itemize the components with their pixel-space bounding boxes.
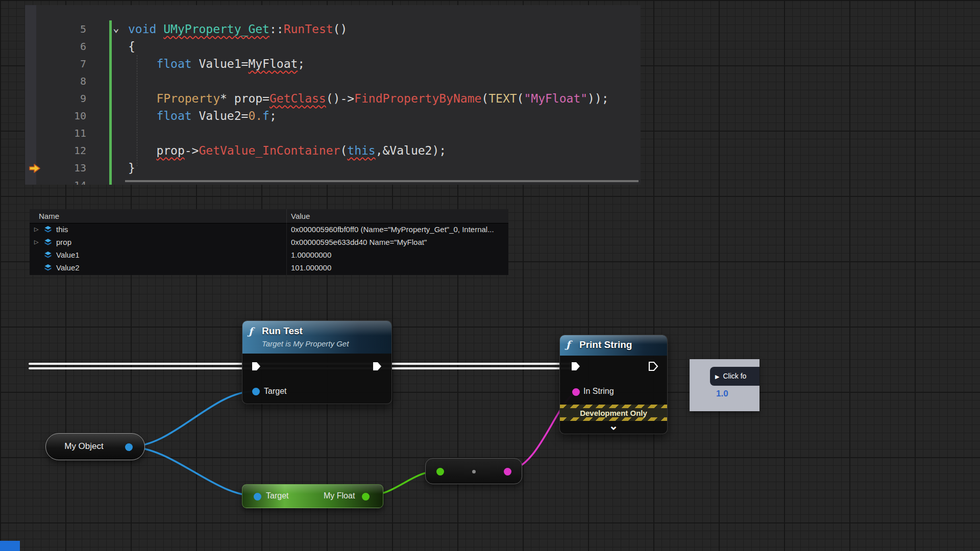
token-kw: float — [156, 57, 199, 70]
token-pl: ; — [270, 109, 277, 122]
token-fn: FindPropertyByName — [354, 92, 481, 105]
function-icon: ƒ — [249, 325, 253, 337]
code-line-8[interactable]: 8 — [25, 72, 641, 90]
code-line-7[interactable]: 7float Value1=MyFloat; — [25, 55, 641, 72]
line-number: 5 — [45, 20, 86, 38]
line-number: 14 — [45, 177, 86, 185]
code-text: void UMyProperty_Get::RunTest() — [128, 20, 347, 38]
token-kw: f — [262, 109, 270, 122]
token-pl: () — [333, 22, 348, 36]
code-text: float Value1=MyFloat; — [128, 55, 305, 72]
watch-row-prop[interactable]: ▷prop0x00000595e633dd40 Name="MyFloat" — [30, 236, 508, 249]
token-type: UMyProperty_Get — [163, 22, 270, 36]
code-line-13[interactable]: 13} — [25, 159, 641, 177]
line-number: 7 — [45, 55, 86, 72]
watch-value: 0x00000595e633dd40 Name="MyFloat" — [291, 238, 427, 246]
token-kw: float — [156, 109, 199, 122]
node-float-to-string-conversion[interactable] — [425, 458, 522, 484]
getter-target-pin[interactable] — [254, 493, 261, 500]
node-print-string[interactable]: ƒ Print String In String Development Onl… — [559, 335, 668, 434]
in-string-pin[interactable] — [572, 388, 580, 396]
conversion-dot-icon — [472, 470, 476, 473]
exec-in-pin[interactable] — [570, 361, 581, 372]
watch-name: prop — [56, 238, 71, 246]
column-divider[interactable] — [286, 209, 287, 275]
watch-row-Value2[interactable]: Value2101.000000 — [30, 262, 508, 274]
variable-icon — [44, 226, 52, 234]
token-pl: Value2= — [199, 109, 248, 122]
token-pl: :: — [270, 22, 284, 36]
code-text: } — [128, 159, 135, 177]
watch-row-this[interactable]: ▷this0x000005960fbf0ff0 (Name="MyPropert… — [30, 223, 508, 236]
node-run-test-header[interactable]: ƒ Run Test Target is My Property Get — [242, 321, 391, 354]
exec-out-pin[interactable] — [648, 361, 659, 372]
expander-icon[interactable]: ▷ — [34, 226, 38, 233]
development-only-banner: Development Only — [560, 405, 667, 421]
my-object-output-pin[interactable] — [125, 443, 133, 451]
fold-chevron-icon[interactable]: ⌄ — [113, 19, 119, 37]
exec-in-pin[interactable] — [251, 361, 262, 372]
collapse-chevron-icon[interactable]: ⌄ — [560, 420, 667, 432]
token-fn: RunTest — [284, 22, 333, 36]
watch-window[interactable]: Name Value ▷this0x000005960fbf0ff0 (Name… — [30, 209, 508, 275]
target-pin-label: Target — [264, 387, 286, 396]
code-text: FProperty* prop=GetClass()->FindProperty… — [128, 90, 609, 107]
watch-value: 1.00000000 — [291, 251, 331, 259]
code-text: { — [128, 38, 135, 55]
token-pl: ( — [517, 92, 524, 105]
token-pl: * prop= — [220, 92, 270, 105]
getter-target-label: Target — [266, 491, 288, 500]
in-string-pin-label: In String — [583, 387, 614, 396]
code-text: float Value2=0.f; — [128, 107, 277, 124]
development-only-label: Development Only — [580, 409, 647, 417]
object-wire-to-getter[interactable] — [129, 447, 256, 496]
token-pl: -> — [185, 144, 199, 157]
node-subtitle: Target is My Property Get — [262, 339, 349, 348]
node-run-test[interactable]: ƒ Run Test Target is My Property Get Tar… — [242, 320, 392, 404]
watch-row-Value1[interactable]: Value11.00000000 — [30, 249, 508, 262]
token-pl: ( — [481, 92, 488, 105]
object-wire-to-run-test[interactable] — [129, 391, 254, 447]
click-for-more-label: Click fo — [723, 372, 746, 380]
token-fn: GetValue_InContainer — [199, 144, 340, 157]
horizontal-scrollbar[interactable] — [125, 180, 639, 182]
watch-header: Name Value — [30, 209, 508, 223]
variable-icon — [44, 264, 52, 272]
token-type2: FProperty — [156, 92, 220, 105]
expander-icon[interactable]: ▷ — [34, 239, 38, 245]
token-kw: void — [128, 22, 163, 36]
line-number: 10 — [45, 107, 86, 124]
token-macro: TEXT — [488, 92, 517, 105]
exec-out-pin[interactable] — [372, 361, 383, 372]
conversion-output-pin[interactable] — [504, 468, 511, 475]
line-number: 9 — [45, 90, 86, 107]
target-input-pin[interactable] — [252, 388, 260, 395]
code-line-12[interactable]: 12prop->GetValue_InContainer(this,&Value… — [25, 142, 641, 159]
line-number: 8 — [45, 72, 86, 90]
function-icon: ƒ — [566, 339, 570, 350]
bottom-left-accent — [0, 541, 20, 551]
code-line-6[interactable]: 6{ — [25, 38, 641, 55]
token-pl: ( — [340, 144, 347, 157]
code-line-5[interactable]: 5⌄void UMyProperty_Get::RunTest() — [25, 20, 641, 38]
line-number: 12 — [45, 142, 86, 159]
node-title: Run Test — [262, 325, 303, 337]
code-line-10[interactable]: 10float Value2=0.f; — [25, 107, 641, 124]
token-pl: ; — [298, 57, 305, 70]
token-fn: GetClass — [270, 92, 326, 105]
node-my-object[interactable]: My Object — [45, 433, 145, 460]
code-editor[interactable]: 5⌄void UMyProperty_Get::RunTest()6{7floa… — [25, 5, 641, 185]
my-float-output-pin[interactable] — [362, 493, 370, 500]
code-text: prop->GetValue_InContainer(this,&Value2)… — [128, 142, 446, 159]
conversion-input-pin[interactable] — [436, 468, 444, 475]
token-pl: Value1= — [199, 57, 248, 70]
debug-value-tooltip: ▶Click fo 1.0 — [690, 359, 760, 411]
line-number: 11 — [45, 124, 86, 142]
code-line-9[interactable]: 9FProperty* prop=GetClass()->FindPropert… — [25, 90, 641, 107]
node-get-my-float[interactable]: Target My Float — [242, 484, 383, 508]
code-line-11[interactable]: 11 — [25, 124, 641, 142]
click-for-more-button[interactable]: ▶Click fo — [710, 367, 760, 386]
token-pl: )); — [587, 92, 609, 105]
watch-value: 101.000000 — [291, 263, 331, 272]
node-print-string-header[interactable]: ƒ Print String — [560, 335, 667, 356]
